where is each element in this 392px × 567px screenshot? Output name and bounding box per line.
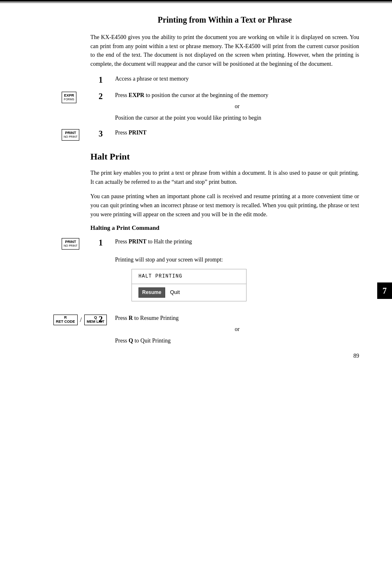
print-key-icon-1: PRINT NO PRINT [62, 129, 79, 141]
halt-subtext: Printing will stop and your screen will … [115, 257, 223, 263]
step2-or: or [115, 102, 359, 111]
page-number: 89 [353, 353, 359, 359]
chapter-number: 7 [383, 286, 387, 296]
resume-button: Resume [138, 287, 165, 298]
r-key-icon: R RET CODE [53, 315, 78, 325]
step-1: 1 Access a phrase or text memory [99, 74, 359, 85]
top-rule-thick [0, 0, 392, 2]
halt-step-content-2: Press R to Resume Printing or Press Q to… [115, 314, 359, 345]
step-number-3: 3 [99, 128, 111, 139]
q-key-bottom: MEM LIST [87, 320, 104, 324]
step-content-3: Press PRINT [115, 128, 359, 137]
expr-key-icon: EXPR FORMS [62, 92, 76, 103]
q-key-icon: Q MEM LIST [84, 315, 107, 325]
step-content-2: Press EXPR to position the cursor at the… [115, 91, 359, 123]
r-q-key-pair: R RET CODE / Q MEM LIST [53, 315, 107, 325]
print-key-bottom-1: NO PRINT [64, 135, 77, 139]
print-key-icon-2: PRINT NO PRINT [62, 238, 79, 250]
screen-body: Resume Quit [132, 284, 246, 301]
halt-step-2: R RET CODE / Q MEM LIST 2 Press R to Res… [99, 314, 359, 345]
section1-body: The KX-E4500 gives you the ability to pr… [90, 33, 359, 69]
chapter-tab: 7 [377, 282, 392, 299]
step-content-1: Access a phrase or text memory [115, 74, 359, 83]
section2-body2: You can pause printing when an important… [90, 192, 359, 219]
section2-title: Halt Print [90, 151, 359, 162]
section1-steps: 1 Access a phrase or text memory EXPR FO… [99, 74, 359, 139]
step-number-1: 1 [99, 74, 111, 85]
page-content: 7 Printing from Within a Text or Phrase … [0, 3, 392, 368]
section2-steps: PRINT NO PRINT 1 Press PRINT to Halt the… [99, 237, 359, 345]
screen-prompt-box: HALT PRINTING Resume Quit [131, 269, 247, 301]
section1-title: Printing from Within a Text or Phrase [90, 15, 359, 25]
halt-step-number-1: 1 [99, 237, 111, 248]
expr-key-bottom: FORMS [64, 98, 74, 101]
halt-step-content-1: Press PRINT to Halt the printing Printin… [115, 237, 359, 308]
step-number-2: 2 [99, 91, 111, 102]
step-3: PRINT NO PRINT 3 Press PRINT [99, 128, 359, 139]
print-key-bottom-2: NO PRINT [64, 244, 77, 248]
slash-separator: / [80, 316, 82, 324]
step-2: EXPR FORMS 2 Press EXPR to position the … [99, 91, 359, 123]
screen-header: HALT PRINTING [132, 269, 246, 284]
halt-step-1: PRINT NO PRINT 1 Press PRINT to Halt the… [99, 237, 359, 308]
expr-key-top: EXPR [64, 94, 74, 98]
subsection-title: Halting a Print Command [90, 224, 359, 231]
quit-label: Quit [170, 288, 180, 296]
halt-step2-or: or [115, 325, 359, 334]
r-key-bottom: RET CODE [56, 320, 75, 324]
section2-body1: The print key enables you to print a tex… [90, 169, 359, 186]
print-key-top-2: PRINT [65, 240, 76, 244]
print-key-top-1: PRINT [65, 131, 76, 135]
